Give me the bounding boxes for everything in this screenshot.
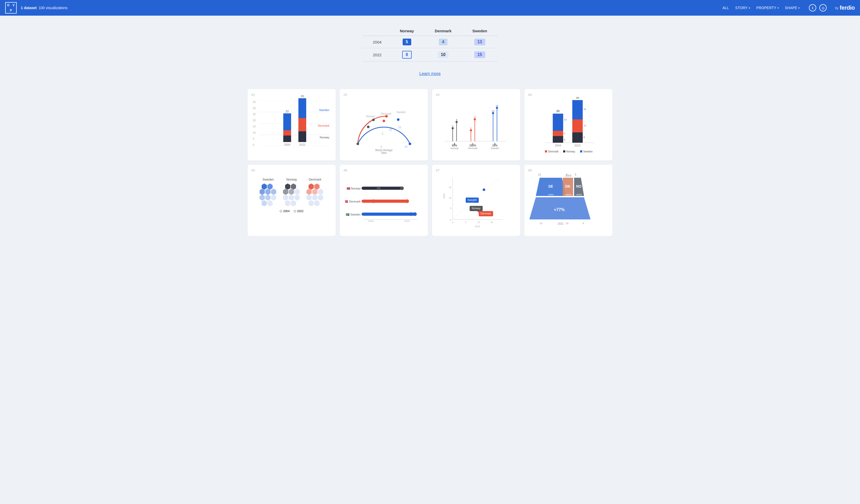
svg-text:0: 0 [381, 145, 382, 148]
svg-text:NO: NO [576, 184, 582, 188]
svg-text:🇳🇴 Norway: 🇳🇴 Norway [347, 187, 361, 190]
card-7: #7 0 5 10 15 0 5 10 15 2004 2022 [432, 165, 520, 236]
logo-v: V [11, 3, 16, 8]
svg-marker-74 [267, 184, 273, 190]
svg-marker-77 [265, 189, 271, 195]
svg-text:Denmark: Denmark [548, 150, 559, 153]
svg-text:15: 15 [584, 108, 586, 111]
brand: by ferdio [835, 4, 855, 11]
svg-rect-67 [545, 150, 547, 153]
card3-svg: 5 8 4 10 13 15 60% Norw [437, 97, 515, 152]
svg-text:13: 13 [538, 173, 541, 176]
norway-2022: 8 [389, 48, 424, 61]
svg-marker-82 [262, 200, 267, 206]
denmark-2004: 4 [424, 36, 462, 48]
logo: D V P [5, 2, 17, 14]
nav-shape[interactable]: SHAPE ▾ [785, 6, 800, 10]
data-table: Norway Denmark Sweden 2004 5 4 13 2022 8… [362, 26, 498, 61]
svg-marker-94 [309, 184, 314, 190]
svg-marker-91 [295, 195, 300, 201]
svg-text:5: 5 [465, 221, 466, 224]
nav-all[interactable]: ALL [722, 6, 729, 10]
svg-point-25 [456, 121, 458, 123]
svg-point-31 [474, 118, 476, 120]
svg-text:10: 10 [474, 116, 476, 118]
card8-svg: 2004 13 4 5 SE DK NO +77% [530, 173, 607, 227]
svg-text:+18%: +18% [547, 193, 554, 196]
card-8: #8 2004 13 4 5 SE DK NO [524, 165, 613, 236]
learn-more-link[interactable]: Learn more [419, 71, 441, 76]
svg-text:🇸🇪 Sweden: 🇸🇪 Sweden [346, 213, 360, 216]
svg-point-111 [405, 199, 409, 203]
card-3: #3 5 8 4 10 [432, 89, 520, 160]
card-5: #5 Sweden [247, 165, 336, 236]
svg-marker-97 [312, 189, 317, 195]
svg-marker-93 [291, 200, 296, 206]
svg-point-29 [470, 129, 472, 131]
svg-marker-96 [306, 189, 312, 195]
svg-marker-88 [295, 189, 300, 195]
svg-rect-54 [572, 132, 583, 143]
card-8-num: #8 [528, 168, 532, 172]
svg-marker-102 [309, 200, 314, 206]
svg-text:▲: ▲ [493, 142, 496, 145]
nav-story[interactable]: STORY ▾ [735, 6, 750, 10]
svg-marker-99 [306, 195, 312, 201]
svg-text:13: 13 [492, 110, 494, 112]
svg-point-9 [367, 126, 370, 128]
card6-svg: 🇳🇴 Norway 🇩🇰 Denmark 🇸🇪 Sweden 2004 2022 [345, 175, 423, 227]
svg-text:Norway: Norway [366, 115, 375, 118]
svg-marker-95 [314, 184, 319, 190]
svg-text:▲: ▲ [471, 142, 474, 145]
svg-text:15: 15 [540, 222, 542, 225]
norway-hex: Norway [283, 178, 301, 206]
svg-marker-101 [318, 195, 323, 201]
card-1: #1 35302520151050 22 [247, 89, 336, 160]
card-5-num: #5 [251, 168, 255, 172]
svg-text:10: 10 [584, 124, 586, 127]
svg-text:15: 15 [449, 186, 452, 189]
svg-marker-76 [260, 189, 265, 195]
instagram-icon[interactable]: ◎ [819, 4, 827, 12]
svg-marker-79 [260, 195, 265, 201]
svg-text:Norway: Norway [566, 150, 575, 153]
svg-rect-69 [563, 150, 565, 153]
svg-text:5: 5 [564, 139, 565, 141]
nav-property[interactable]: PROPERTY ▾ [756, 6, 779, 10]
svg-text:Sweden: Sweden [583, 150, 593, 153]
svg-text:15: 15 [496, 104, 498, 107]
svg-text:2022: 2022 [404, 219, 410, 222]
svg-text:Norway: Norway [450, 147, 459, 149]
svg-point-115 [413, 212, 417, 216]
card2-svg: 5 10 15 0 20 Norway Denmark Sweden World… [350, 97, 418, 154]
svg-text:5: 5 [382, 132, 383, 135]
svg-marker-84 [285, 184, 290, 190]
col-year [362, 26, 389, 36]
sweden-2004: 13 [462, 36, 498, 48]
svg-rect-56 [572, 100, 583, 119]
svg-point-6 [372, 118, 375, 121]
svg-text:Sweden: Sweden [396, 111, 406, 114]
svg-text:15: 15 [398, 126, 401, 129]
svg-text:2004: 2004 [555, 144, 561, 147]
svg-text:Denmark: Denmark [468, 147, 478, 149]
col-norway: Norway [389, 26, 424, 36]
svg-point-8 [408, 143, 411, 145]
col-denmark: Denmark [424, 26, 462, 36]
card-2: #2 5 10 [340, 89, 428, 160]
svg-marker-103 [314, 200, 319, 206]
sweden-2022: 15 [462, 48, 498, 61]
svg-marker-89 [283, 195, 288, 201]
svg-rect-71 [580, 150, 582, 153]
svg-text:2022: 2022 [475, 225, 480, 228]
svg-text:10: 10 [566, 222, 568, 225]
card-7-num: #7 [436, 168, 439, 172]
svg-marker-90 [289, 195, 294, 201]
info-icon[interactable]: ℹ [809, 4, 816, 12]
svg-marker-78 [271, 189, 276, 195]
card-3-num: #3 [436, 93, 439, 97]
svg-text:10: 10 [389, 129, 392, 131]
svg-text:20: 20 [404, 145, 407, 148]
svg-text:10: 10 [449, 197, 452, 199]
svg-text:+150%: +150% [564, 193, 572, 196]
